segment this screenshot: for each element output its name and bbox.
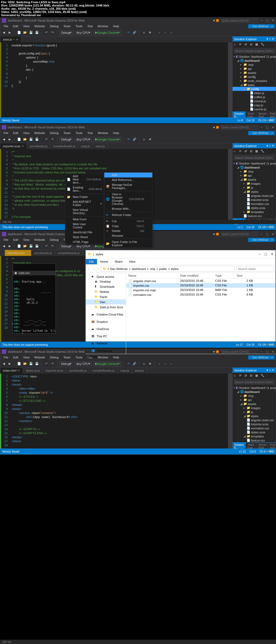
- folder-icon: 📁: [88, 252, 92, 256]
- save-all-icon[interactable]: 💾: [34, 30, 39, 35]
- ctx-add-new-item[interactable]: 📄Add New Item...Ctrl+Shift+A: [65, 174, 104, 185]
- explorer-status: 4 items: [86, 354, 275, 359]
- pane-tab-team[interactable]: Team Expl...: [246, 111, 257, 117]
- open-file-icon[interactable]: 📂: [23, 30, 27, 35]
- save-icon[interactable]: 💾: [29, 30, 33, 35]
- close-icon[interactable]: ✕: [16, 38, 18, 41]
- undo-icon[interactable]: ↶: [44, 30, 49, 35]
- solution-search[interactable]: [234, 49, 275, 53]
- comment-icon[interactable]: ≡: [142, 30, 146, 35]
- explorer-search[interactable]: [236, 266, 274, 272]
- refresh-icon[interactable]: ⟳: [126, 30, 131, 35]
- home-icon[interactable]: ⌂: [234, 43, 238, 47]
- file-row[interactable]: 📄normalize.css25/10/2015 10:48CSS File8 …: [126, 292, 275, 297]
- menubar: File Edit View Website Debug Team Tools …: [0, 23, 276, 29]
- video-metadata: File: 0202_Switching From LESS to Sass.m…: [0, 0, 276, 17]
- show-all-icon[interactable]: ▦: [255, 43, 260, 47]
- menu-website[interactable]: Website: [32, 24, 47, 28]
- new-file-icon[interactable]: 📄: [17, 30, 22, 35]
- menu-view[interactable]: View: [21, 24, 32, 28]
- menu-test[interactable]: Test: [85, 24, 95, 28]
- properties-icon[interactable]: 🔧: [261, 43, 265, 47]
- editor-pane: sass.js + ✕ 1234567891011 module.exports…: [0, 36, 233, 117]
- redo-icon[interactable]: ↷: [50, 30, 55, 35]
- minimize-button[interactable]: ─: [260, 19, 263, 22]
- ribbon-share[interactable]: Share: [111, 259, 126, 264]
- vs-window-1: dashboard - Microsoft Visual Studio Expr…: [0, 17, 276, 124]
- notify-icon[interactable]: ▾: [213, 19, 215, 22]
- sync-icon[interactable]: ⇄: [244, 43, 249, 47]
- ribbon-view[interactable]: View: [126, 259, 139, 264]
- maximize-button[interactable]: ▢: [266, 19, 268, 22]
- context-menu-add[interactable]: 📄Add New Item...Ctrl+Shift+A 📄Existing I…: [65, 173, 104, 245]
- browser-link-icon[interactable]: 🔗: [132, 30, 137, 35]
- maximize-button[interactable]: ▢: [264, 252, 267, 256]
- explorer-nav[interactable]: ★Quick access 🖥Desktop ⬇Downloads 📁Nettu…: [86, 273, 126, 354]
- tool1-icon[interactable]: ▫: [157, 30, 162, 35]
- menu-window[interactable]: Window: [95, 24, 110, 28]
- quick-launch[interactable]: [220, 125, 258, 130]
- notify-badge[interactable]: 3: [216, 19, 219, 22]
- pane-tab-solution[interactable]: Solution E...: [233, 111, 246, 117]
- uncomment-icon[interactable]: ≢: [147, 30, 152, 35]
- vs-window-4: dashboard - Microsoft Visual Studio Expr…: [0, 348, 276, 455]
- platform-combo[interactable]: Any CPU ▾: [74, 30, 92, 35]
- toolbar: ◀ ▶ 📄 📂 💾 💾 ↶ ↷ Debug ▾ Any CPU ▾ ▶ Goog…: [0, 29, 276, 36]
- file-row[interactable]: 📄angular-chart.css25/10/2015 10:48CSS Fi…: [126, 279, 275, 283]
- line-gutter: 1234567891011: [1, 42, 9, 117]
- ribbon-file[interactable]: File: [86, 259, 97, 264]
- menu-file[interactable]: File: [1, 24, 11, 28]
- user-badge[interactable]: Dan Wellman ▪: [248, 24, 275, 28]
- tool3-icon[interactable]: ▫: [169, 30, 174, 35]
- titlebar: dashboard - Microsoft Visual Studio Expr…: [0, 18, 276, 23]
- node-icon: ⬢: [15, 271, 17, 275]
- minimize-button[interactable]: ─: [258, 252, 261, 256]
- nav-up-icon[interactable]: ↑: [98, 267, 99, 270]
- nav-fwd-icon[interactable]: ▶: [7, 30, 12, 35]
- menu-help[interactable]: Help: [111, 24, 121, 28]
- window-title: dashboard - Microsoft Visual Studio Expr…: [8, 19, 213, 22]
- vs-window-2: dashboard - Microsoft Visual Studio Expr…: [0, 124, 276, 230]
- vs-window-3: dashboard - Microsoft Visual Studio Expr…: [0, 231, 276, 348]
- menu-edit[interactable]: Edit: [11, 24, 20, 28]
- file-row[interactable]: 📄importer.css25/10/2015 10:48CSS File1 K…: [126, 283, 275, 288]
- ribbon-home[interactable]: Home: [97, 259, 111, 264]
- pane-tab-server[interactable]: Server Expl...: [257, 111, 268, 117]
- nav-back-icon[interactable]: ◀: [1, 30, 6, 35]
- ctx-add[interactable]: Add▸: [104, 173, 152, 177]
- quick-launch[interactable]: [220, 18, 258, 23]
- nav-back-icon[interactable]: ←: [87, 267, 90, 270]
- file-explorer: 📁 | styles ─▢✕ File Home Share View ←→↑ …: [85, 250, 276, 342]
- vs-icon: [2, 18, 6, 23]
- pane-tab-find[interactable]: Find and R...: [268, 111, 276, 117]
- tool2-icon[interactable]: ▫: [163, 30, 168, 35]
- code-editor[interactable]: module.exports = function (grunt) { grun…: [9, 42, 228, 117]
- solution-explorer: Solution Explorer▾ □ ✕ ⌂ ⟳ ⇄ ⊟ ▦ 🔧 ▸◧Sol…: [233, 36, 276, 117]
- config-combo[interactable]: Debug ▾: [59, 30, 73, 35]
- refresh-icon[interactable]: ⟳: [239, 43, 243, 47]
- solution-tree[interactable]: ▸◧Solution 'dashboard' (1 project) ◢🌐das…: [233, 54, 276, 111]
- nav-fwd-icon[interactable]: →: [92, 267, 95, 270]
- run-button[interactable]: ▶ Google Chrome ▾: [93, 30, 122, 35]
- close-button[interactable]: ✕: [272, 19, 274, 22]
- scrollbar-v[interactable]: [228, 42, 232, 117]
- node-terminal[interactable]: ⬢node.exe info: Starting app... info: in…: [13, 263, 56, 334]
- collapse-icon[interactable]: ⊟: [250, 43, 254, 47]
- explorer-file-list[interactable]: NameDate modifiedTypeSize 📄angular-chart…: [126, 273, 275, 354]
- close-button[interactable]: ✕: [271, 252, 273, 256]
- file-row[interactable]: 📄importer.css.map25/10/2015 10:48MAP Fil…: [126, 288, 275, 292]
- code-editor[interactable]: <!DOCTYPE html> <html> <head> <title></t…: [9, 374, 228, 448]
- file-tab[interactable]: importer.scss ✕: [0, 143, 27, 149]
- breadcrumb[interactable]: 📁 > Dan Wellman > dashboard > .tmp > pub…: [101, 266, 234, 272]
- context-menu-main[interactable]: Add▸ Add Reference... 📦Manage NuGet Pack…: [104, 172, 153, 248]
- menu-tools[interactable]: Tools: [73, 24, 85, 28]
- menu-team[interactable]: Team: [61, 24, 73, 28]
- file-tab-sass[interactable]: sass.js + ✕: [0, 36, 21, 42]
- status-bar: Item(s) Saved Ln 8 Col 13 Ch 13 INS 00:0…: [0, 117, 276, 123]
- menu-debug[interactable]: Debug: [48, 24, 61, 28]
